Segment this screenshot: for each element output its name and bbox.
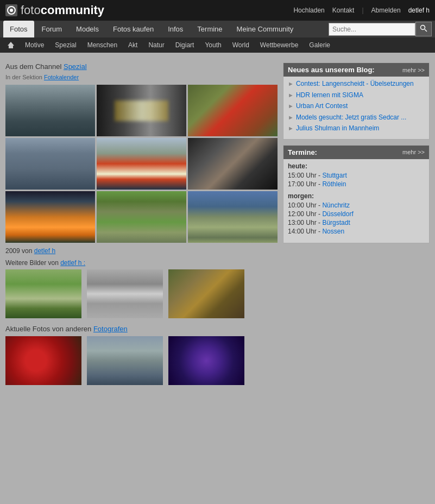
termine-burgstadt: 13:00 Uhr - Bürgstadt <box>288 219 425 226</box>
termine-stuttgart: 15:00 Uhr - Stuttgart <box>288 172 425 179</box>
photo-cell-8[interactable] <box>97 191 186 243</box>
search-input[interactable] <box>329 23 415 36</box>
abmelden-link[interactable]: Abmelden <box>371 7 401 14</box>
blog-title: Neues aus unserem Blog: <box>288 66 375 74</box>
termine-nossen: 14:00 Uhr - Nossen <box>288 228 425 235</box>
termine-stuttgart-link[interactable]: Stuttgart <box>322 172 346 179</box>
left-column: Aus dem Channel Spezial In der Sektion F… <box>5 62 278 385</box>
separator <box>0 53 435 57</box>
blog-link-5[interactable]: Julius Shulman in Mannheim <box>296 124 379 133</box>
aktuelle-row <box>5 336 278 385</box>
svg-line-4 <box>425 29 427 32</box>
home-icon[interactable] <box>2 37 20 53</box>
termine-morgen-label: morgen: <box>288 192 425 200</box>
aktuelle-neon[interactable] <box>168 336 244 385</box>
photo-cell-6[interactable] <box>188 138 278 190</box>
channel-link[interactable]: Spezial <box>64 62 87 71</box>
photo-cell-1[interactable] <box>5 85 95 136</box>
thumb-wire[interactable] <box>87 269 163 318</box>
termine-heute-label: heute: <box>288 162 425 170</box>
photo-cell-5[interactable] <box>97 138 186 190</box>
termine-nunchritz: 10:00 Uhr - Nünchritz <box>288 201 425 209</box>
nav-forum[interactable]: Forum <box>35 21 69 37</box>
photo-cell-7[interactable] <box>5 191 95 243</box>
nav-termine[interactable]: Termine <box>191 21 229 37</box>
nav-fotos[interactable]: Fotos <box>3 21 34 37</box>
blog-link-3[interactable]: Urban Art Contest <box>296 102 348 111</box>
photo-cell-9[interactable] <box>188 191 278 243</box>
search-icon <box>420 24 427 32</box>
blog-item-1: ► Contest: Langenscheidt - Übelsetzungen <box>288 80 425 89</box>
logo-text: fotocommunity <box>21 3 104 17</box>
blog-box: Neues aus unserem Blog: mehr >> ► Contes… <box>283 62 430 140</box>
termine-heute: heute: 15:00 Uhr - Stuttgart 17:00 Uhr -… <box>288 162 425 188</box>
hochladen-link[interactable]: Hochladen <box>293 7 324 14</box>
termine-dusseldorf: 12:00 Uhr - Düsseldorf <box>288 210 425 218</box>
blog-arrow-4: ► <box>288 114 294 121</box>
termine-burgstadt-link[interactable]: Bürgstadt <box>322 219 350 226</box>
subnav-spezial[interactable]: Spezial <box>49 38 81 52</box>
search-button[interactable] <box>415 22 432 36</box>
termine-nunchritz-link[interactable]: Nünchritz <box>322 201 350 209</box>
subnav-menschen[interactable]: Menschen <box>82 38 123 52</box>
blog-content: ► Contest: Langenscheidt - Übelsetzungen… <box>283 77 429 139</box>
subnav-natur[interactable]: Natur <box>143 38 169 52</box>
termine-dusseldorf-link[interactable]: Düsseldorf <box>322 210 353 218</box>
blog-arrow-1: ► <box>288 80 294 87</box>
sub-navigation: Motive Spezial Menschen Akt Natur Digiar… <box>0 37 435 53</box>
subnav-motive[interactable]: Motive <box>20 38 49 52</box>
kontakt-link[interactable]: Kontakt <box>332 7 355 14</box>
blog-arrow-3: ► <box>288 103 294 109</box>
channel-sub: In der Sektion Fotokalender <box>5 74 278 80</box>
aktuelle-church[interactable] <box>87 336 163 385</box>
main-navigation: Fotos Forum Models Fotos kaufen Infos Te… <box>0 21 435 37</box>
svg-marker-5 <box>8 42 14 48</box>
subnav-akt[interactable]: Akt <box>123 38 143 52</box>
photo-cell-3[interactable] <box>188 85 278 136</box>
nav-fotos-kaufen[interactable]: Fotos kaufen <box>106 21 160 37</box>
subnav-youth[interactable]: Youth <box>199 38 226 52</box>
thumb-mushroom[interactable] <box>168 269 244 318</box>
content-wrapper: Aus dem Channel Spezial In der Sektion F… <box>0 57 435 390</box>
blog-link-4[interactable]: Models gesucht: Jetzt gratis Sedcar ... <box>296 114 406 122</box>
termine-mehr[interactable]: mehr >> <box>402 149 425 155</box>
termine-rothlein: 17:00 Uhr - Röthlein <box>288 180 425 188</box>
year-author: 2009 von detlef h <box>5 247 278 255</box>
nav-infos[interactable]: Infos <box>161 21 190 37</box>
termine-rothlein-link[interactable]: Röthlein <box>322 180 346 188</box>
blog-header: Neues aus unserem Blog: mehr >> <box>283 63 429 77</box>
subnav-world[interactable]: World <box>227 38 255 52</box>
fotografen-link[interactable]: Fotografen <box>93 325 128 333</box>
subnav-wettbewerbe[interactable]: Wettbewerbe <box>255 38 304 52</box>
author-link[interactable]: detlef h <box>34 247 55 255</box>
blog-item-3: ► Urban Art Contest <box>288 102 425 111</box>
subnav-galerie[interactable]: Galerie <box>304 38 336 52</box>
termine-box: Termine: mehr >> heute: 15:00 Uhr - Stut… <box>283 145 430 243</box>
top-navigation: Hochladen Kontakt | Abmelden detlef h <box>293 7 430 14</box>
photo-cell-2[interactable] <box>97 85 186 136</box>
thumb-row <box>5 269 278 318</box>
nav-models[interactable]: Models <box>70 21 105 37</box>
logo-icon <box>5 4 17 16</box>
logo: fotocommunity <box>5 3 104 17</box>
more-author-link[interactable]: detlef h : <box>60 259 85 267</box>
blog-link-1[interactable]: Contest: Langenscheidt - Übelsetzungen <box>296 80 414 89</box>
fotokalender-link[interactable]: Fotokalender <box>44 74 79 80</box>
channel-header: Aus dem Channel Spezial <box>5 62 278 71</box>
user-link[interactable]: detlef h <box>408 7 430 14</box>
more-images-label: Weitere Bilder von detlef h : <box>5 259 278 267</box>
thumb-park[interactable] <box>5 269 81 318</box>
blog-arrow-5: ► <box>288 125 294 131</box>
aktuelle-cherries[interactable] <box>5 336 81 385</box>
top-bar: fotocommunity Hochladen Kontakt | Abmeld… <box>0 0 435 21</box>
photo-cell-4[interactable] <box>5 138 95 190</box>
right-column: Neues aus unserem Blog: mehr >> ► Contes… <box>283 62 430 385</box>
blog-arrow-2: ► <box>288 92 294 98</box>
subnav-digiart[interactable]: Digiart <box>170 38 200 52</box>
termine-nossen-link[interactable]: Nossen <box>322 228 344 235</box>
termine-content: heute: 15:00 Uhr - Stuttgart 17:00 Uhr -… <box>283 159 429 243</box>
blog-link-2[interactable]: HDR lernen mit SIGMA <box>296 91 363 100</box>
blog-mehr[interactable]: mehr >> <box>402 67 425 73</box>
termine-morgen: morgen: 10:00 Uhr - Nünchritz 12:00 Uhr … <box>288 192 425 235</box>
nav-meine-community[interactable]: Meine Community <box>230 21 300 37</box>
